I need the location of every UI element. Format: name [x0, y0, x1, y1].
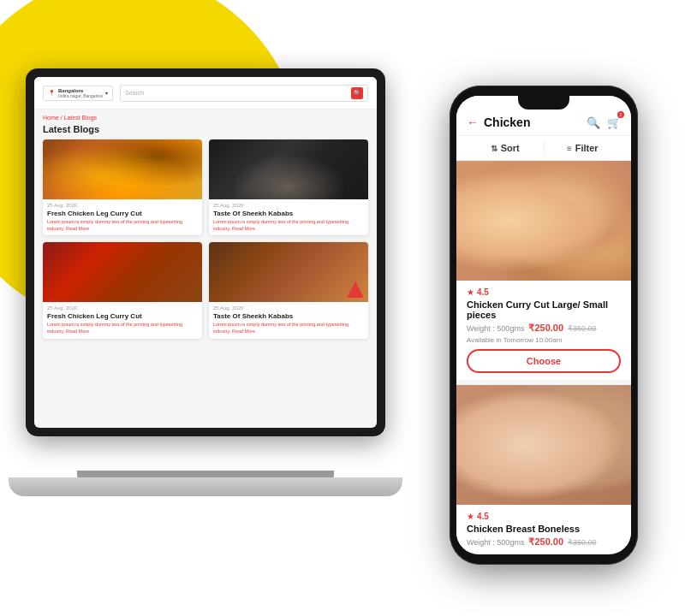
phone-page-title: Chicken [484, 116, 530, 129]
star-icon: ★ [467, 512, 474, 521]
chevron-down-icon: ▾ [105, 90, 108, 96]
blog-description: Lorem ipsum is simply dummy text of the … [47, 219, 198, 232]
sort-button[interactable]: ⇅ Sort [467, 141, 545, 155]
blog-title: Fresh Chicken Leg Curry Cut [47, 210, 198, 217]
blog-card[interactable]: 25 Aug, 2020 Taste Of Sheekh Kababs Lore… [209, 139, 368, 235]
product-image [456, 161, 631, 281]
blog-description: Lorem ipsum is simply dummy text of the … [213, 322, 364, 335]
cart-icon: 🛒 [607, 116, 621, 129]
cart-icon-wrapper[interactable]: 🛒 2 [607, 115, 621, 130]
blog-date: 25 Aug, 2020 [47, 203, 198, 208]
blog-description: Lorem ipsum is simply dummy text of the … [47, 322, 198, 335]
read-more-link[interactable]: Read More [66, 329, 89, 334]
back-arrow-icon[interactable]: ← [467, 116, 479, 129]
read-more-link[interactable]: Read More [232, 329, 255, 334]
search-icon[interactable]: 🔍 [587, 116, 600, 129]
product-list: ★ 4.5 Chicken Curry Cut Large/ Small pie… [456, 161, 631, 547]
product-availability: Available in Tomorrow 10:00am [467, 336, 621, 344]
rating-value: 4.5 [477, 287, 489, 297]
search-icon[interactable]: 🔍 [351, 87, 363, 99]
blog-date: 25 Aug, 2020 [213, 305, 364, 311]
filter-button[interactable]: ≡ Filter [545, 143, 622, 153]
product-original-price: ₹350.00 [568, 538, 597, 547]
product-info: ★ 4.5 Chicken Curry Cut Large/ Small pie… [456, 281, 631, 380]
blog-card-body: 25 Aug, 2020 Taste Of Sheekh Kababs Lore… [209, 199, 368, 235]
blog-grid: 25 Aug, 2020 Fresh Chicken Leg Curry Cut… [34, 139, 377, 339]
product-price: ₹250.00 [528, 536, 563, 547]
location-pin-icon: 📍 [48, 90, 56, 97]
breadcrumb: Home / Latest Blogs [34, 110, 377, 122]
search-placeholder: Search [125, 90, 144, 96]
sort-label: Sort [501, 143, 520, 153]
choose-button[interactable]: Choose [467, 349, 621, 373]
blog-card[interactable]: 25 Aug, 2020 Fresh Chicken Leg Curry Cut… [43, 242, 202, 338]
product-card: ★ 4.5 Chicken Curry Cut Large/ Small pie… [456, 161, 631, 385]
blog-image [43, 139, 202, 199]
star-icon: ★ [467, 287, 474, 297]
blog-date: 25 Aug, 2020 [47, 305, 198, 311]
blog-card-body: 25 Aug, 2020 Fresh Chicken Leg Curry Cut… [43, 302, 202, 338]
breadcrumb-home[interactable]: Home [43, 115, 59, 121]
phone-screen: ← Chicken 🔍 🛒 2 ⇅ Sort ≡ [456, 96, 631, 554]
laptop-search-bar[interactable]: Search 🔍 [120, 85, 368, 102]
product-price: ₹250.00 [528, 323, 563, 333]
phone-device: ← Chicken 🔍 🛒 2 ⇅ Sort ≡ [450, 86, 638, 565]
phone-header-left: ← Chicken [467, 116, 530, 129]
blog-title: Fresh Chicken Leg Curry Cut [47, 312, 198, 320]
blog-card[interactable]: 25 Aug, 2020 Taste Of Sheekh Kababs Lore… [209, 242, 368, 338]
phone-notch [518, 96, 569, 110]
filter-label: Filter [575, 143, 599, 153]
location-detail: Indira nagar, Bangalore [58, 93, 103, 98]
chicken-image-2 [456, 385, 631, 505]
cart-badge: 2 [617, 111, 624, 118]
read-more-link[interactable]: Read More [232, 226, 255, 231]
blog-card-body: 25 Aug, 2020 Fresh Chicken Leg Curry Cut… [43, 199, 202, 235]
product-name: Chicken Curry Cut Large/ Small pieces [467, 299, 621, 320]
blog-card[interactable]: 25 Aug, 2020 Fresh Chicken Leg Curry Cut… [43, 139, 202, 235]
blog-date: 25 Aug, 2020 [213, 203, 364, 208]
product-rating: ★ 4.5 [467, 287, 621, 297]
product-image [456, 385, 631, 505]
product-original-price: ₹350.00 [568, 324, 597, 333]
product-card: ★ 4.5 Chicken Breast Boneless Weight : 5… [456, 385, 631, 547]
blog-card-body: 25 Aug, 2020 Taste Of Sheekh Kababs Lore… [209, 302, 368, 338]
blog-title: Taste Of Sheekh Kababs [213, 312, 364, 320]
product-weight: Weight : 500gms ₹250.00 ₹350.00 [467, 536, 621, 547]
laptop-screen-outer: 📍 Bangalore Indira nagar, Bangalore ▾ Se… [26, 68, 385, 436]
page-title: Latest Blogs [34, 122, 377, 139]
product-info: ★ 4.5 Chicken Breast Boneless Weight : 5… [456, 505, 631, 547]
phone-outer: ← Chicken 🔍 🛒 2 ⇅ Sort ≡ [450, 86, 638, 565]
product-weight: Weight : 500gms ₹250.00 ₹350.00 [467, 323, 621, 334]
read-more-link[interactable]: Read More [66, 226, 89, 231]
breadcrumb-separator: / [61, 115, 63, 121]
rating-value: 4.5 [477, 512, 489, 521]
laptop-device: 📍 Bangalore Indira nagar, Bangalore ▾ Se… [26, 68, 402, 513]
laptop-base [9, 477, 402, 496]
blog-title: Taste Of Sheekh Kababs [213, 210, 364, 217]
laptop-screen: 📍 Bangalore Indira nagar, Bangalore ▾ Se… [34, 77, 377, 428]
filter-icon: ≡ [567, 144, 572, 153]
sort-filter-bar: ⇅ Sort ≡ Filter [456, 136, 631, 161]
blog-image [209, 242, 368, 302]
sort-icon: ⇅ [491, 144, 497, 153]
product-name: Chicken Breast Boneless [467, 524, 621, 534]
blog-image [43, 242, 202, 302]
blog-image [209, 139, 368, 199]
chicken-image-1 [456, 161, 631, 281]
phone-header-right: 🔍 🛒 2 [587, 115, 621, 130]
location-badge[interactable]: 📍 Bangalore Indira nagar, Bangalore ▾ [43, 86, 113, 101]
blog-description: Lorem ipsum is simply dummy text of the … [213, 219, 364, 232]
product-rating: ★ 4.5 [467, 512, 621, 521]
breadcrumb-current: Latest Blogs [64, 115, 98, 121]
laptop-navbar: 📍 Bangalore Indira nagar, Bangalore ▾ Se… [34, 77, 377, 110]
